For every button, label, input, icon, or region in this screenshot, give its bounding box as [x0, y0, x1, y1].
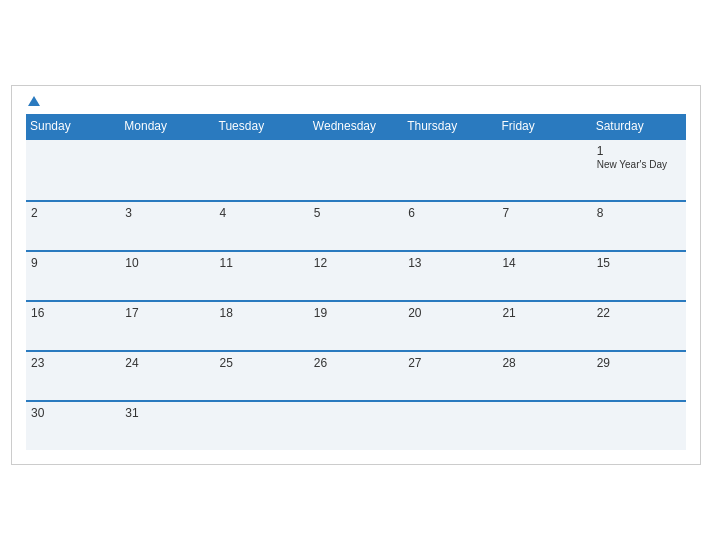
- calendar-header: [26, 96, 686, 106]
- calendar-cell: 8: [592, 201, 686, 251]
- week-row-3: 9101112131415: [26, 251, 686, 301]
- day-number: 23: [31, 356, 44, 370]
- day-number: 11: [220, 256, 233, 270]
- calendar-cell: [309, 401, 403, 450]
- day-number: 7: [502, 206, 509, 220]
- calendar-cell: 16: [26, 301, 120, 351]
- calendar-cell: 12: [309, 251, 403, 301]
- calendar-cell: [403, 401, 497, 450]
- day-number: 31: [125, 406, 138, 420]
- week-row-4: 16171819202122: [26, 301, 686, 351]
- calendar-cell: 13: [403, 251, 497, 301]
- calendar-cell: [215, 139, 309, 201]
- weekday-header-friday: Friday: [497, 114, 591, 139]
- logo: [26, 96, 40, 106]
- calendar-cell: [215, 401, 309, 450]
- calendar-cell: 5: [309, 201, 403, 251]
- day-number: 29: [597, 356, 610, 370]
- calendar-cell: 15: [592, 251, 686, 301]
- calendar-container: SundayMondayTuesdayWednesdayThursdayFrid…: [11, 85, 701, 465]
- day-number: 25: [220, 356, 233, 370]
- calendar-cell: 9: [26, 251, 120, 301]
- weekday-header-thursday: Thursday: [403, 114, 497, 139]
- calendar-cell: 19: [309, 301, 403, 351]
- calendar-cell: [120, 139, 214, 201]
- day-number: 26: [314, 356, 327, 370]
- day-number: 8: [597, 206, 604, 220]
- week-row-1: 1New Year's Day: [26, 139, 686, 201]
- calendar-cell: 14: [497, 251, 591, 301]
- calendar-cell: 30: [26, 401, 120, 450]
- day-number: 16: [31, 306, 44, 320]
- day-number: 17: [125, 306, 138, 320]
- day-number: 15: [597, 256, 610, 270]
- holiday-label: New Year's Day: [597, 159, 681, 170]
- day-number: 22: [597, 306, 610, 320]
- calendar-cell: [592, 401, 686, 450]
- calendar-cell: 10: [120, 251, 214, 301]
- calendar-cell: 27: [403, 351, 497, 401]
- day-number: 2: [31, 206, 38, 220]
- calendar-cell: 4: [215, 201, 309, 251]
- calendar-cell: [497, 139, 591, 201]
- day-number: 1: [597, 144, 604, 158]
- calendar-cell: [309, 139, 403, 201]
- day-number: 28: [502, 356, 515, 370]
- calendar-cell: 1New Year's Day: [592, 139, 686, 201]
- weekday-header-sunday: Sunday: [26, 114, 120, 139]
- calendar-cell: 24: [120, 351, 214, 401]
- day-number: 10: [125, 256, 138, 270]
- calendar-cell: 26: [309, 351, 403, 401]
- day-number: 19: [314, 306, 327, 320]
- calendar-cell: 20: [403, 301, 497, 351]
- calendar-cell: [403, 139, 497, 201]
- week-row-6: 3031: [26, 401, 686, 450]
- weekday-header-monday: Monday: [120, 114, 214, 139]
- calendar-cell: 28: [497, 351, 591, 401]
- day-number: 20: [408, 306, 421, 320]
- week-row-2: 2345678: [26, 201, 686, 251]
- weekday-header-saturday: Saturday: [592, 114, 686, 139]
- calendar-cell: 6: [403, 201, 497, 251]
- calendar-cell: 31: [120, 401, 214, 450]
- day-number: 21: [502, 306, 515, 320]
- day-number: 9: [31, 256, 38, 270]
- day-number: 6: [408, 206, 415, 220]
- day-number: 18: [220, 306, 233, 320]
- calendar-cell: [497, 401, 591, 450]
- day-number: 4: [220, 206, 227, 220]
- calendar-cell: [26, 139, 120, 201]
- calendar-cell: 11: [215, 251, 309, 301]
- day-number: 3: [125, 206, 132, 220]
- calendar-cell: 18: [215, 301, 309, 351]
- day-number: 27: [408, 356, 421, 370]
- day-number: 5: [314, 206, 321, 220]
- day-number: 12: [314, 256, 327, 270]
- week-row-5: 23242526272829: [26, 351, 686, 401]
- weekday-header-wednesday: Wednesday: [309, 114, 403, 139]
- calendar-cell: 7: [497, 201, 591, 251]
- calendar-cell: 17: [120, 301, 214, 351]
- day-number: 24: [125, 356, 138, 370]
- weekday-header-row: SundayMondayTuesdayWednesdayThursdayFrid…: [26, 114, 686, 139]
- day-number: 30: [31, 406, 44, 420]
- calendar-cell: 29: [592, 351, 686, 401]
- day-number: 13: [408, 256, 421, 270]
- calendar-table: SundayMondayTuesdayWednesdayThursdayFrid…: [26, 114, 686, 450]
- calendar-cell: 22: [592, 301, 686, 351]
- calendar-cell: 25: [215, 351, 309, 401]
- calendar-cell: 23: [26, 351, 120, 401]
- calendar-cell: 2: [26, 201, 120, 251]
- weekday-header-tuesday: Tuesday: [215, 114, 309, 139]
- calendar-cell: 3: [120, 201, 214, 251]
- calendar-cell: 21: [497, 301, 591, 351]
- logo-triangle-icon: [28, 96, 40, 106]
- day-number: 14: [502, 256, 515, 270]
